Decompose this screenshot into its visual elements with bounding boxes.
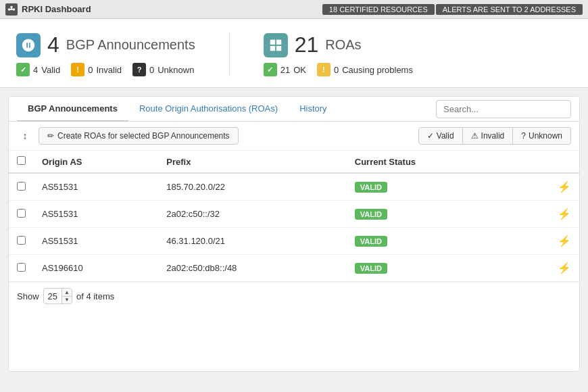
row-actions: ⚡ xyxy=(514,201,579,228)
roas-ok-pill: ✓ 21 OK xyxy=(264,63,306,76)
per-page-up[interactable]: ▲ xyxy=(62,289,72,297)
table-header-row: Origin AS Prefix Current Status xyxy=(9,151,579,173)
unknown-filter-icon: ? xyxy=(521,131,526,141)
main-panel: BGP Announcements Route Origin Authorisa… xyxy=(8,96,580,372)
row-checkbox-cell xyxy=(9,255,34,282)
table-row: AS51531 2a02:c50::/32 VALID ⚡ xyxy=(9,201,579,228)
per-page-down[interactable]: ▼ xyxy=(62,297,72,304)
alerts-badge[interactable]: ALERTS ARE SENT TO 2 ADDRESSES xyxy=(436,4,583,15)
row-origin-as: AS51531 xyxy=(34,173,158,201)
row-status: VALID xyxy=(347,201,515,228)
row-status: VALID xyxy=(347,228,515,255)
ok-icon: ✓ xyxy=(264,63,277,76)
create-roas-button[interactable]: ✏ Create ROAs for selected BGP Announcem… xyxy=(39,127,239,145)
status-badge: VALID xyxy=(355,182,387,193)
invalid-filter-icon: ⚠ xyxy=(471,131,479,141)
invalid-icon: ! xyxy=(71,63,84,76)
roas-label: ROAs xyxy=(325,37,361,53)
header-checkbox-col xyxy=(9,151,34,173)
unlink-icon[interactable]: ⚡ xyxy=(558,180,571,193)
toolbar: ↕ ✏ Create ROAs for selected BGP Announc… xyxy=(9,122,579,151)
search-input[interactable] xyxy=(436,100,571,118)
bgp-count: 4 xyxy=(47,32,59,57)
of-items-label: of 4 items xyxy=(76,291,114,301)
row-origin-as: AS51531 xyxy=(34,228,158,255)
unlink-icon[interactable]: ⚡ xyxy=(558,262,571,274)
per-page-arrows: ▲ ▼ xyxy=(62,289,72,303)
table-wrap: Origin AS Prefix Current Status AS51531 … xyxy=(9,151,579,282)
tabs: BGP Announcements Route Origin Authorisa… xyxy=(9,97,579,122)
filter-buttons: ✓ Valid ⚠ Invalid ? Unknown xyxy=(418,127,571,145)
roas-icon xyxy=(264,33,288,57)
row-actions: ⚡ xyxy=(514,173,579,201)
row-prefix: 2a02:c50::/32 xyxy=(158,201,347,228)
bgp-label: BGP Announcements xyxy=(66,37,195,53)
unknown-icon: ? xyxy=(132,63,146,76)
app-title: RPKI Dashboard xyxy=(5,3,322,16)
top-bar-badges: 18 CERTIFIED RESOURCES ALERTS ARE SENT T… xyxy=(322,4,583,15)
bgp-stat-block: 4 BGP Announcements ✓ 4 Valid ! 0 Invali… xyxy=(16,32,195,76)
table-row: AS196610 2a02:c50:db8::/48 VALID ⚡ xyxy=(9,255,579,282)
bgp-stat-title: 4 BGP Announcements xyxy=(16,32,195,57)
filter-valid-button[interactable]: ✓ Valid xyxy=(418,127,463,145)
unlink-icon[interactable]: ⚡ xyxy=(558,235,571,247)
sort-icon[interactable]: ↕ xyxy=(17,128,33,144)
table-row: AS51531 185.70.20.0/22 VALID ⚡ xyxy=(9,173,579,201)
row-checkbox-cell xyxy=(9,173,34,201)
bgp-valid-pill: ✓ 4 Valid xyxy=(16,63,60,76)
bgp-invalid-pill: ! 0 Invalid xyxy=(71,63,122,76)
status-badge: VALID xyxy=(355,236,387,247)
svg-rect-4 xyxy=(11,7,12,9)
filter-invalid-button[interactable]: ⚠ Invalid xyxy=(463,127,514,145)
row-prefix: 185.70.20.0/22 xyxy=(158,173,347,201)
roas-count: 21 xyxy=(295,32,319,57)
row-checkbox-cell xyxy=(9,228,34,255)
bgp-pills: ✓ 4 Valid ! 0 Invalid ? 0 Unknown xyxy=(16,63,195,76)
status-badge: VALID xyxy=(355,209,387,220)
problems-icon: ! xyxy=(317,63,330,76)
roas-problems-pill: ! 0 Causing problems xyxy=(317,63,413,76)
row-prefix: 2a02:c50:db8::/48 xyxy=(158,255,347,282)
table-footer: Show 25 ▲ ▼ of 4 items xyxy=(9,282,579,310)
row-origin-as: AS51531 xyxy=(34,201,158,228)
header-status: Current Status xyxy=(347,151,515,173)
bgp-icon xyxy=(16,33,41,57)
row-checkbox-0[interactable] xyxy=(17,182,26,191)
tab-roa[interactable]: Route Origin Authorisations (ROAs) xyxy=(128,97,289,122)
valid-filter-icon: ✓ xyxy=(427,131,434,141)
stats-area: 4 BGP Announcements ✓ 4 Valid ! 0 Invali… xyxy=(0,19,588,88)
pencil-icon: ✏ xyxy=(47,131,54,141)
row-actions: ⚡ xyxy=(514,228,579,255)
row-status: VALID xyxy=(347,255,515,282)
stats-divider xyxy=(229,32,230,76)
row-checkbox-2[interactable] xyxy=(17,236,26,245)
row-origin-as: AS196610 xyxy=(34,255,158,282)
roas-stat-title: 21 ROAs xyxy=(264,32,413,57)
bgp-unknown-pill: ? 0 Unknown xyxy=(132,63,194,76)
row-checkbox-3[interactable] xyxy=(17,263,26,272)
header-origin-as: Origin AS xyxy=(34,151,158,173)
table-row: AS51531 46.31.120.0/21 VALID ⚡ xyxy=(9,228,579,255)
show-label: Show xyxy=(17,291,39,301)
filter-unknown-button[interactable]: ? Unknown xyxy=(513,127,571,145)
roas-stat-block: 21 ROAs ✓ 21 OK ! 0 Causing problems xyxy=(264,32,413,76)
bgp-table: Origin AS Prefix Current Status AS51531 … xyxy=(9,151,579,282)
app-icon xyxy=(5,3,18,16)
valid-icon: ✓ xyxy=(16,63,30,76)
status-badge: VALID xyxy=(355,263,387,274)
certified-resources-badge[interactable]: 18 CERTIFIED RESOURCES xyxy=(322,4,435,15)
unlink-icon[interactable]: ⚡ xyxy=(558,207,571,220)
row-checkbox-cell xyxy=(9,201,34,228)
roas-pills: ✓ 21 OK ! 0 Causing problems xyxy=(264,63,413,76)
tab-bgp-announcements[interactable]: BGP Announcements xyxy=(17,97,128,122)
top-bar: RPKI Dashboard 18 CERTIFIED RESOURCES AL… xyxy=(0,0,588,19)
row-checkbox-1[interactable] xyxy=(17,209,26,218)
tab-history[interactable]: History xyxy=(289,97,337,122)
per-page-select[interactable]: 25 ▲ ▼ xyxy=(43,288,72,304)
header-prefix: Prefix xyxy=(158,151,347,173)
row-status: VALID xyxy=(347,173,515,201)
header-actions xyxy=(514,151,579,173)
row-actions: ⚡ xyxy=(514,255,579,282)
per-page-value: 25 xyxy=(44,289,62,303)
select-all-checkbox[interactable] xyxy=(17,156,26,165)
